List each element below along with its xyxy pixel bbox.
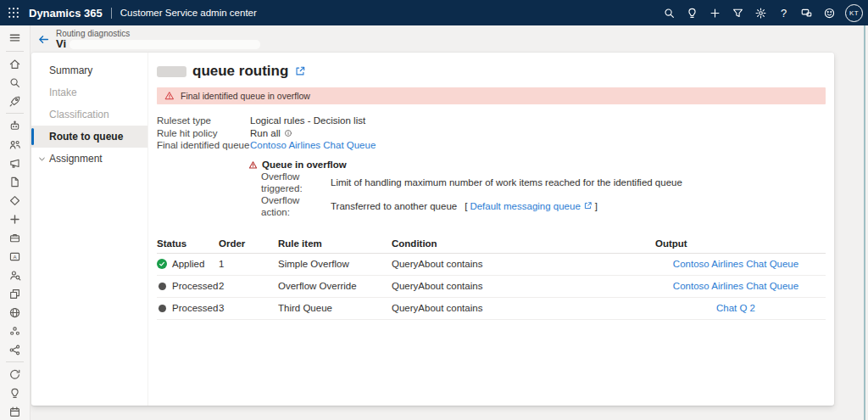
condition-cell: QueryAbout contains <box>392 303 655 313</box>
person-search-icon[interactable] <box>0 266 31 284</box>
menu-icon[interactable] <box>0 27 31 48</box>
nav-item-label: Assignment <box>49 153 103 165</box>
output-queue-link[interactable]: Chat Q 2 <box>716 303 755 313</box>
table-row[interactable]: Processed2Overflow OverrideQueryAbout co… <box>157 276 826 298</box>
status-label: Processed <box>172 281 218 291</box>
help-icon[interactable]: ? <box>772 0 795 25</box>
detail-value: Logical rules - Decision list <box>250 115 365 127</box>
lightbulb-icon[interactable] <box>681 0 704 25</box>
nav-item-label: Route to queue <box>49 131 123 143</box>
account-avatar[interactable]: KT <box>845 4 863 22</box>
status-label: Applied <box>172 259 204 269</box>
overflow-value-text: Limit of handling maximum number of work… <box>331 176 682 188</box>
top-app-bar: Dynamics 365 Customer Service admin cent… <box>0 0 868 25</box>
detail-label: Final identified queue <box>157 139 250 152</box>
detail-label: Ruleset type <box>157 115 250 127</box>
column-header-order: Order <box>219 238 278 249</box>
site-map-rail: A <box>0 25 31 420</box>
topbar-icon-group: ? <box>658 0 841 25</box>
nav-item-route-to-queue[interactable]: Route to queue <box>31 126 147 148</box>
megaphone-icon[interactable] <box>0 154 31 172</box>
page-header: Routing diagnostics Vi <box>31 25 868 53</box>
overflow-warning-banner: Final identified queue in overflow <box>157 87 826 104</box>
teams-icon[interactable] <box>0 322 31 340</box>
document-icon[interactable] <box>0 172 31 191</box>
org-chart-icon[interactable] <box>0 135 31 154</box>
redacted-text <box>70 40 260 49</box>
column-header-output: Output <box>655 238 816 249</box>
home-icon[interactable] <box>0 54 31 73</box>
share-icon[interactable] <box>0 340 31 359</box>
default-messaging-queue-link[interactable]: Default messaging queue <box>470 200 592 212</box>
order-cell: 3 <box>219 303 278 313</box>
app-launcher-waffle-icon[interactable] <box>0 0 27 25</box>
table-row[interactable]: Applied1Simple OverflowQueryAbout contai… <box>157 254 826 276</box>
overflow-row: Overflow action:Transferred to another q… <box>261 194 826 218</box>
output-cell: Contoso Airlines Chat Queue <box>655 281 816 291</box>
rail-divider <box>6 113 24 114</box>
output-queue-link[interactable]: Contoso Airlines Chat Queue <box>673 281 798 291</box>
nav-item-intake[interactable]: Intake <box>31 81 147 104</box>
processed-dot-icon <box>159 283 166 290</box>
link-text: Default messaging queue <box>470 200 580 212</box>
sync-icon[interactable] <box>0 365 31 384</box>
table-row[interactable]: Processed3Third QueueQueryAbout contains… <box>157 298 826 320</box>
insights-icon[interactable] <box>0 384 31 402</box>
nav-item-assignment[interactable]: Assignment <box>31 148 147 170</box>
nav-item-label: Summary <box>49 64 92 76</box>
app-name[interactable]: Customer Service admin center <box>120 8 257 18</box>
rocket-icon[interactable] <box>0 92 31 110</box>
output-cell: Chat Q 2 <box>655 303 816 313</box>
column-header-rule-item: Rule item <box>278 238 392 249</box>
nav-item-classification[interactable]: Classification <box>31 104 147 126</box>
nav-item-label: Classification <box>49 109 109 120</box>
emoji-icon[interactable] <box>818 0 841 25</box>
right-edge-accent <box>864 25 865 420</box>
detail-row: Ruleset typeLogical rules - Decision lis… <box>157 115 826 127</box>
search-icon[interactable] <box>0 73 31 92</box>
warning-icon <box>164 91 175 101</box>
topbar-actions: ? KT <box>658 0 868 25</box>
screen: { "colors": { "topbar_bg": "#0c2b4b", "a… <box>0 0 868 420</box>
open-in-new-icon <box>583 201 593 210</box>
overflow-row-label: Overflow action: <box>261 194 331 218</box>
add-icon[interactable] <box>704 0 726 25</box>
column-header-condition: Condition <box>392 238 655 249</box>
search-icon[interactable] <box>658 0 681 25</box>
chevron-down-icon <box>36 153 47 165</box>
page-header-text: Routing diagnostics Vi <box>56 27 260 50</box>
output-cell: Contoso Airlines Chat Queue <box>655 259 816 269</box>
rule-items-table: StatusOrderRule itemConditionOutput Appl… <box>157 234 826 320</box>
filter-icon[interactable] <box>726 0 749 25</box>
rule-item-cell: Overflow Override <box>278 281 392 291</box>
contact-card-icon[interactable]: A <box>0 247 31 266</box>
detail-value: Contoso Airlines Chat Queue <box>250 139 376 152</box>
order-cell: 1 <box>219 259 278 269</box>
status-cell: Processed <box>157 281 219 291</box>
diagnostics-nav: SummaryIntakeClassificationRoute to queu… <box>31 53 148 406</box>
rule-item-cell: Simple Overflow <box>278 259 392 269</box>
open-record-icon[interactable] <box>294 65 306 77</box>
info-icon[interactable] <box>284 129 292 137</box>
nav-item-summary[interactable]: Summary <box>31 59 147 81</box>
diagnostics-card: SummaryIntakeClassificationRoute to queu… <box>31 53 834 406</box>
agent-icon[interactable] <box>0 116 31 135</box>
settings-icon[interactable] <box>749 0 772 25</box>
status-label: Processed <box>172 303 218 313</box>
section-title: queue routing <box>192 63 288 80</box>
briefcase-icon[interactable] <box>0 228 31 247</box>
overflow-row: Overflow triggered:Limit of handling max… <box>261 171 826 194</box>
globe-icon[interactable] <box>0 303 31 322</box>
detail-row: Final identified queueContoso Airlines C… <box>157 139 826 152</box>
page-title: Vi <box>56 38 66 50</box>
connector-icon[interactable] <box>0 210 31 228</box>
calendar-icon[interactable] <box>0 402 31 420</box>
windows-icon[interactable] <box>0 284 31 303</box>
product-name[interactable]: Dynamics 365 <box>29 7 103 20</box>
back-arrow-icon[interactable] <box>31 25 56 53</box>
queue-link[interactable]: Contoso Airlines Chat Queue <box>250 139 376 152</box>
route-diamond-icon[interactable] <box>0 191 31 210</box>
output-queue-link[interactable]: Contoso Airlines Chat Queue <box>673 259 798 269</box>
chat-icon[interactable] <box>795 0 818 25</box>
banner-text: Final identified queue in overflow <box>181 91 310 101</box>
